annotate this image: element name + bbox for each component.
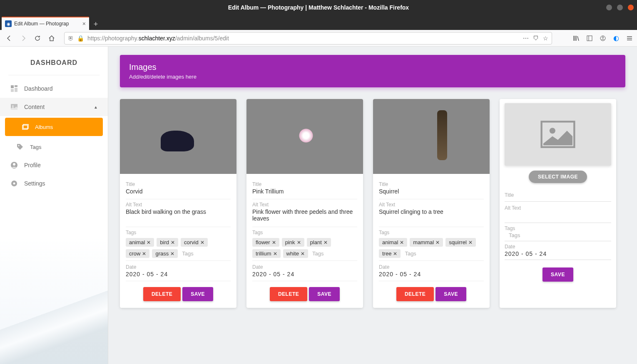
title-input[interactable]: Squirrel [379,188,484,196]
tag-input[interactable]: Tags [180,249,195,258]
title-label[interactable]: Title [505,189,611,202]
alt-input[interactable]: Squirrel clinging to a tree [379,208,484,223]
sidebar-label: Settings [24,180,45,187]
sidebar-label: Tags [30,144,41,150]
menu-icon[interactable] [625,35,634,42]
date-input[interactable]: 2020 - 05 - 24 [126,271,231,277]
save-button[interactable]: SAVE [542,267,573,282]
browser-toolbar: ⛨ 🔒 https://photography.schlachter.xyz/a… [0,30,637,47]
save-button[interactable]: SAVE [309,287,340,301]
window-minimize-button[interactable] [606,5,612,10]
tag-remove-icon[interactable]: ✕ [273,251,277,257]
tag-chip[interactable]: crow✕ [126,249,149,258]
reader-icon[interactable]: ⛉ [533,35,539,42]
date-label: Date [126,264,231,270]
tag-remove-icon[interactable]: ✕ [171,240,175,245]
window-maximize-button[interactable] [617,5,623,10]
tag-remove-icon[interactable]: ✕ [200,240,204,245]
sidebar-title: DASHBOARD [0,55,108,75]
tag-chip[interactable]: animal✕ [126,238,154,247]
library-icon[interactable] [572,35,580,42]
reload-button[interactable] [32,32,43,44]
card-thumbnail[interactable] [246,99,363,174]
svg-rect-5 [15,85,17,87]
forward-button[interactable] [17,32,29,44]
sidebar-item-dashboard[interactable]: Dashboard [0,79,108,98]
tags-field[interactable]: Tags animal✕ mammal✕ squirrel✕ tree✕ Tag… [379,227,484,261]
tag-input[interactable]: Tags [311,249,325,258]
tag-chip[interactable]: white✕ [283,249,308,258]
tag-chip[interactable]: corvid✕ [181,238,208,247]
title-input[interactable]: Corvid [126,188,231,196]
date-input[interactable]: 2020 - 05 - 24 [505,250,611,257]
bookmark-star-icon[interactable]: ☆ [543,35,548,42]
tag-remove-icon[interactable]: ✕ [297,240,301,245]
tag-remove-icon[interactable]: ✕ [142,251,146,257]
title-label: Title [252,181,357,187]
back-button[interactable] [3,32,15,44]
new-image-card: SELECT IMAGE Title Alt Text Tags Tags Da… [500,99,616,308]
alt-input[interactable]: Black bird walking on the grass [126,208,231,223]
tag-icon [16,143,24,151]
account-icon[interactable] [599,35,607,42]
extension-icon[interactable]: ◐ [612,34,620,42]
dashboard-icon [10,84,18,93]
tag-remove-icon[interactable]: ✕ [323,240,328,245]
alt-input[interactable]: Pink flower with three pedels and three … [252,208,357,223]
tags-field[interactable]: Tags flower✕ pink✕ plant✕ trillium✕ whit… [252,227,357,261]
delete-button[interactable]: DELETE [270,287,307,301]
banner-title: Images [129,62,616,72]
page-actions-icon[interactable]: ⋯ [523,35,529,42]
sidebar-toggle-icon[interactable] [585,35,594,42]
tag-remove-icon[interactable]: ✕ [170,251,174,257]
alt-label[interactable]: Alt Text [505,202,611,223]
tag-chip[interactable]: plant✕ [307,238,331,247]
tag-chip[interactable]: flower✕ [252,238,279,247]
svg-rect-4 [11,85,14,88]
delete-button[interactable]: DELETE [143,287,181,301]
sidebar-item-albums[interactable]: Albums [5,118,103,136]
tag-chip[interactable]: tree✕ [379,249,401,258]
tag-input[interactable]: Tags [505,232,611,238]
date-input[interactable]: 2020 - 05 - 24 [379,271,484,277]
tag-chip[interactable]: animal✕ [379,238,407,247]
select-image-button[interactable]: SELECT IMAGE [529,171,587,183]
sidebar-item-content[interactable]: Content ▲ [0,98,108,116]
tracking-shield-icon[interactable]: ⛨ [68,35,74,42]
tag-remove-icon[interactable]: ✕ [147,240,151,245]
sidebar-item-settings[interactable]: Settings [0,174,108,193]
address-bar[interactable]: ⛨ 🔒 https://photography.schlachter.xyz/a… [64,32,552,45]
image-placeholder[interactable] [505,103,611,166]
tag-chip[interactable]: squirrel✕ [445,238,476,247]
delete-button[interactable]: DELETE [396,287,434,301]
tags-field[interactable]: Tags animal✕ bird✕ corvid✕ crow✕ grass✕ … [126,227,231,261]
tag-remove-icon[interactable]: ✕ [272,240,276,245]
save-button[interactable]: SAVE [435,287,466,301]
banner-subtitle: Add/edit/delete images here [129,74,616,80]
tags-label: Tags [126,230,231,235]
date-input[interactable]: 2020 - 05 - 24 [252,271,357,277]
save-button[interactable]: SAVE [182,287,213,301]
tag-remove-icon[interactable]: ✕ [435,240,440,245]
image-icon [539,120,577,149]
new-tab-button[interactable]: + [89,18,102,30]
tag-chip[interactable]: trillium✕ [252,249,281,258]
tag-remove-icon[interactable]: ✕ [468,240,473,245]
tag-chip[interactable]: mammal✕ [410,238,443,247]
card-thumbnail[interactable] [120,99,236,174]
sidebar-item-profile[interactable]: Profile [0,156,108,174]
home-button[interactable] [46,32,57,44]
sidebar-item-tags[interactable]: Tags [0,138,108,156]
tag-remove-icon[interactable]: ✕ [393,251,397,257]
card-thumbnail[interactable] [373,99,490,174]
tag-chip[interactable]: grass✕ [152,249,178,258]
tag-chip[interactable]: bird✕ [157,238,178,247]
tag-remove-icon[interactable]: ✕ [301,251,305,257]
window-close-button[interactable] [628,5,634,10]
tag-input[interactable]: Tags [403,249,418,258]
tag-chip[interactable]: pink✕ [282,238,304,247]
title-input[interactable]: Pink Trillium [252,188,357,196]
tab-close-icon[interactable]: × [82,20,86,27]
tag-remove-icon[interactable]: ✕ [400,240,404,245]
browser-tab-active[interactable]: ◉ Edit Album — Photograp × [2,17,89,30]
